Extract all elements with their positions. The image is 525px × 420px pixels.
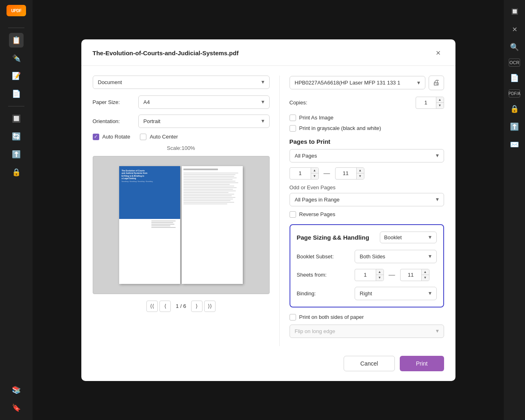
right-icon-close[interactable]: ✕ bbox=[508, 23, 521, 36]
reverse-pages-checkbox[interactable] bbox=[290, 211, 296, 218]
printer-select-wrapper: HPB0227A5A6618(HP Laser MFP 131 133 1 ▼ bbox=[290, 76, 425, 89]
orientation-label: Orientation: bbox=[93, 118, 133, 124]
preview-area: The Evolution of Courtsand Judicial Syst… bbox=[93, 156, 270, 294]
reverse-pages-label: Reverse Pages bbox=[299, 211, 335, 217]
sidebar-icon-organize[interactable]: 🔲 bbox=[9, 111, 24, 126]
sheets-end-down[interactable]: ▼ bbox=[422, 275, 429, 281]
scale-text: Scale:100% bbox=[93, 145, 270, 151]
binding-select[interactable]: Right Left Top Bottom bbox=[355, 287, 437, 300]
print-as-image-checkbox[interactable] bbox=[290, 115, 296, 121]
page-sizing-select[interactable]: Booklet Fit Actual Size bbox=[380, 232, 437, 243]
orientation-select[interactable]: Portrait Landscape bbox=[138, 115, 270, 128]
preview-right-line-12 bbox=[183, 191, 236, 191]
auto-center-checkbox[interactable] bbox=[140, 134, 146, 140]
orientation-row: Orientation: Portrait Landscape ▼ bbox=[93, 115, 270, 128]
all-pages-select-wrapper: All Pages Current Page Custom Range ▼ bbox=[290, 149, 444, 162]
right-icon-document2[interactable]: 📄 bbox=[508, 71, 521, 84]
page-prev-button[interactable]: ⟨ bbox=[159, 301, 171, 312]
pagination-bar: ⟨⟨ ⟨ 1 / 6 ⟩ ⟩⟩ bbox=[93, 301, 270, 312]
right-icon-email[interactable]: ✉️ bbox=[508, 138, 521, 151]
preview-right-line-7 bbox=[183, 182, 238, 183]
sidebar-icon-pages[interactable]: 📄 bbox=[9, 87, 24, 101]
right-icon-protect2[interactable]: 🔒 bbox=[508, 102, 521, 115]
orientation-select-wrapper: Portrait Landscape ▼ bbox=[138, 115, 270, 128]
right-icon-pdfa[interactable]: PDF/A bbox=[509, 89, 520, 97]
sheets-from-row: Sheets from: 1 ▲ ▼ — bbox=[297, 269, 437, 281]
preview-right-line-10 bbox=[183, 187, 237, 188]
right-icon-minimize[interactable]: 🔲 bbox=[508, 5, 521, 18]
odd-even-select[interactable]: All Pages in Range Odd Pages Only Even P… bbox=[290, 193, 444, 206]
range-start-up[interactable]: ▲ bbox=[311, 168, 318, 173]
page-first-button[interactable]: ⟨⟨ bbox=[146, 301, 158, 312]
print-both-sides-row: Print on both sides of paper bbox=[290, 314, 444, 320]
preview-right-line-5 bbox=[183, 179, 233, 180]
booklet-subset-select-wrapper: Both Sides Front Side Only Back Side Onl… bbox=[355, 250, 437, 263]
sheets-start-input: 1 ▲ ▼ bbox=[355, 269, 384, 281]
print-grayscale-checkbox[interactable] bbox=[290, 125, 296, 132]
sidebar-icon-document[interactable]: 📋 bbox=[9, 33, 24, 48]
right-toolbar: 🔲 ✕ 🔍 OCR 📄 PDF/A 🔒 ⬆️ ✉️ bbox=[504, 0, 525, 420]
flip-edge-select[interactable]: Flip on long edge Flip on short edge bbox=[290, 325, 444, 338]
sidebar-icon-bookmark[interactable]: 🔖 bbox=[9, 401, 24, 415]
sidebar-icon-annotate[interactable]: 📝 bbox=[9, 69, 24, 83]
printer-icon-button[interactable]: 🖨 bbox=[429, 76, 444, 90]
sidebar-divider-2 bbox=[8, 106, 24, 106]
page-next-button[interactable]: ⟩ bbox=[191, 301, 203, 312]
booklet-subset-row: Booklet Subset: Both Sides Front Side On… bbox=[297, 250, 437, 263]
copies-up-button[interactable]: ▲ bbox=[436, 97, 444, 103]
printer-select[interactable]: HPB0227A5A6618(HP Laser MFP 131 133 1 bbox=[290, 76, 425, 89]
document-select[interactable]: Document Pages Booklet bbox=[93, 76, 270, 89]
range-end-down[interactable]: ▼ bbox=[357, 173, 364, 179]
sheets-start-down[interactable]: ▼ bbox=[376, 275, 383, 281]
print-both-sides-checkbox[interactable] bbox=[290, 314, 296, 320]
copies-down-button[interactable]: ▼ bbox=[436, 103, 444, 108]
auto-options-row: Auto Rotate Auto Center bbox=[93, 134, 270, 140]
paper-size-select[interactable]: A4 A3 Letter bbox=[138, 95, 270, 109]
print-button[interactable]: Print bbox=[400, 356, 444, 371]
sidebar-icon-edit[interactable]: ✒️ bbox=[9, 51, 24, 65]
preview-right-line-19 bbox=[183, 202, 234, 203]
copies-value: 1 bbox=[416, 98, 436, 107]
preview-right-line-13 bbox=[183, 192, 229, 193]
dialog-body: Document Pages Booklet ▼ Paper Size: A bbox=[81, 66, 455, 356]
sidebar-icon-export[interactable]: ⬆️ bbox=[9, 147, 24, 162]
auto-rotate-label: Auto Rotate bbox=[102, 134, 131, 140]
preview-pages: The Evolution of Courtsand Judicial Syst… bbox=[93, 160, 269, 290]
paper-size-select-wrapper: A4 A3 Letter ▼ bbox=[138, 95, 270, 109]
printer-row: HPB0227A5A6618(HP Laser MFP 131 133 1 ▼ … bbox=[290, 76, 444, 90]
sheets-start-up[interactable]: ▲ bbox=[376, 269, 383, 275]
range-start-down[interactable]: ▼ bbox=[311, 173, 318, 179]
page-last-button[interactable]: ⟩⟩ bbox=[204, 301, 216, 312]
sheets-end-up[interactable]: ▲ bbox=[422, 269, 429, 275]
document-select-wrapper: Document Pages Booklet ▼ bbox=[93, 76, 270, 89]
booklet-subset-label: Booklet Subset: bbox=[297, 253, 350, 260]
booklet-subset-select[interactable]: Both Sides Front Side Only Back Side Onl… bbox=[355, 250, 437, 263]
preview-right-line-6 bbox=[183, 181, 235, 182]
preview-right-line-16 bbox=[183, 197, 235, 198]
sidebar-icon-convert[interactable]: 🔄 bbox=[9, 129, 24, 144]
preview-right-line-3 bbox=[183, 176, 234, 177]
odd-even-select-wrapper: All Pages in Range Odd Pages Only Even P… bbox=[290, 193, 444, 206]
range-end-value: 11 bbox=[335, 168, 356, 178]
sidebar-icon-layers[interactable]: 📚 bbox=[9, 383, 24, 397]
modal-overlay: The-Evolution-of-Courts-and-Judicial-Sys… bbox=[33, 0, 504, 420]
print-as-image-row: Print As Image bbox=[290, 115, 444, 121]
auto-rotate-checkbox[interactable] bbox=[93, 134, 99, 140]
right-icon-share[interactable]: ⬆️ bbox=[508, 120, 521, 133]
sidebar-icon-protect[interactable]: 🔒 bbox=[9, 165, 24, 180]
preview-right-line-11 bbox=[183, 189, 233, 190]
binding-select-inner: Right Left Top Bottom ▼ bbox=[355, 287, 437, 300]
right-icon-search[interactable]: 🔍 bbox=[508, 41, 521, 54]
range-dash: — bbox=[322, 170, 332, 177]
paper-size-label: Paper Size: bbox=[93, 99, 133, 105]
print-dialog: The-Evolution-of-Courts-and-Judicial-Sys… bbox=[81, 39, 455, 381]
right-panel: HPB0227A5A6618(HP Laser MFP 131 133 1 ▼ … bbox=[280, 76, 444, 346]
flip-edge-select-wrapper: Flip on long edge Flip on short edge ▼ bbox=[290, 325, 444, 338]
range-end-input: 11 ▲ ▼ bbox=[335, 167, 364, 180]
cancel-button[interactable]: Cancel bbox=[344, 356, 395, 371]
all-pages-select[interactable]: All Pages Current Page Custom Range bbox=[290, 149, 444, 162]
range-end-up[interactable]: ▲ bbox=[357, 168, 364, 173]
right-icon-ocr[interactable]: OCR bbox=[509, 58, 520, 67]
preview-right-line-20 bbox=[183, 204, 227, 204]
close-button[interactable]: × bbox=[433, 48, 444, 59]
